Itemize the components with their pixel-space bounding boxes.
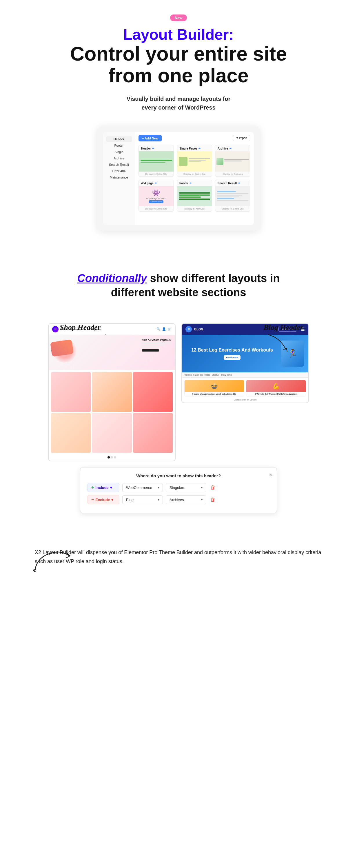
blog-logo: ✕: [186, 326, 192, 333]
builder-card-search[interactable]: Search Result ✏ Display in: En: [215, 180, 250, 212]
builder-mockup: Header Footer Single Archive Search Resu…: [97, 126, 260, 231]
hero-title-black-2: from one place: [35, 65, 322, 86]
card-preview-archive: [215, 151, 250, 172]
description-text: X2 Layout Builder will dispense you of E…: [35, 548, 322, 566]
blog-select[interactable]: Blog ▾: [122, 495, 163, 504]
card-preview-search: [215, 186, 250, 206]
import-button[interactable]: ⬆ Import: [233, 135, 250, 141]
x-logo: ✕: [52, 326, 59, 333]
cart-icon[interactable]: 🛒: [167, 327, 171, 331]
product-title: Nike Air Zoom Pegasus: [142, 339, 171, 341]
builder-card-header[interactable]: Header ✏ Display in: Entire Site: [138, 145, 174, 177]
builder-main: + Add New ⬆ Import Header ✏ Display: [135, 132, 254, 225]
builder-card-single[interactable]: Single Pages ✏ Display i: [177, 145, 212, 177]
card-preview-single: [177, 151, 212, 172]
card-footer-search: Display in: Entire Site: [215, 206, 250, 211]
include-delete-button[interactable]: 🗑: [209, 484, 217, 492]
hero-title-black-1: Control your entire site: [35, 43, 322, 65]
nav-faster-tips: Faster tips: [193, 374, 203, 376]
blog-title-text: BLOG: [194, 328, 203, 331]
monster-icon: 👾: [152, 189, 160, 197]
exclude-condition-row: − Exclude ▾ Blog ▾ Archives ▾ 🗑: [88, 495, 269, 504]
card-preview-404: 👾 Oops! Page not found Go back home: [139, 186, 173, 206]
include-chevron: ▾: [110, 486, 112, 490]
sidebar-item-maintenance[interactable]: Maintenance: [106, 175, 132, 180]
exclude-label: Exclude: [95, 498, 110, 502]
shop-item-2: [92, 372, 132, 412]
card-title-single: Single Pages ✏: [177, 145, 212, 151]
archives-chevron: ▾: [201, 498, 202, 501]
shop-item-4: [51, 413, 91, 453]
hero-subtitle: Visually build and manage layouts for ev…: [35, 94, 322, 112]
add-new-button[interactable]: + Add New: [138, 135, 162, 142]
card-footer-header: Display in: Entire Site: [139, 172, 173, 177]
archives-label: Archives: [169, 498, 184, 502]
builder-toolbar: + Add New ⬆ Import: [138, 135, 250, 142]
card-footer-archive: Display in: Archives: [215, 172, 250, 177]
blog-arrow-svg: [263, 332, 303, 355]
builder-card-footer[interactable]: Footer ✏ Display in: Archives: [177, 180, 212, 212]
blog-nav-tags: Training Faster tips Habits Lifestyle In…: [182, 372, 308, 378]
shop-item-1: [51, 372, 91, 412]
sidebar-item-footer[interactable]: Footer: [106, 143, 132, 148]
card-title-archive: Archive ✏: [215, 145, 250, 151]
builder-grid: Header ✏ Display in: Entire Site Single …: [138, 145, 250, 212]
condition-dialog: Where do you want to show this header? ×…: [80, 467, 277, 513]
sidebar-item-404[interactable]: Error 404: [106, 168, 132, 174]
exclude-badge[interactable]: − Exclude ▾: [88, 495, 119, 504]
sidebar-item-archive[interactable]: Archive: [106, 155, 132, 161]
builder-inner: Header Footer Single Archive Search Resu…: [103, 132, 254, 225]
search-icon[interactable]: 🔍: [157, 327, 161, 331]
shop-icons: 🔍 👤 🛒: [157, 327, 171, 331]
scribble-arrow-svg: [29, 547, 75, 576]
woocommerce-select[interactable]: WooCommerce ▾: [122, 483, 163, 492]
include-condition-row: + Include ▾ WooCommerce ▾ Singulars ▾ 🗑: [88, 483, 269, 492]
user-icon[interactable]: 👤: [162, 327, 166, 331]
404-text: Oops! Page not found: [146, 197, 166, 199]
exclude-chevron: ▾: [111, 498, 113, 502]
nav-training: Training: [184, 374, 192, 376]
conditional-highlight: Conditionally: [77, 272, 147, 284]
nav-habits: Habits: [204, 374, 210, 376]
blog-label: Blog: [126, 498, 134, 502]
close-button[interactable]: ×: [269, 472, 272, 478]
card-title-header: Header ✏: [139, 145, 173, 151]
blog-article-2-text: 6 Ways to Get Warmed Up Before a Workout: [246, 392, 306, 396]
builder-card-archive[interactable]: Archive ✏ Display in: Archives: [215, 145, 250, 177]
sidebar-item-single[interactable]: Single: [106, 149, 132, 155]
plus-icon: +: [91, 485, 94, 490]
blog-header-label: Blog Header: [264, 323, 303, 332]
hero-section: New Layout Builder: Control your entire …: [0, 0, 357, 248]
headers-demo: Shop Header Blog Header ✕ Men Women Kids…: [48, 323, 309, 514]
card-footer-single: Display in: Entire Site: [177, 172, 212, 177]
404-btn: Go back home: [149, 200, 163, 203]
edit-icon-single: ✏: [198, 147, 201, 150]
shop-hero-img: Nike Air Zoom Pegasus: [49, 335, 175, 370]
builder-card-404[interactable]: 404 page ✏ 👾 Oops! Page not found Go bac…: [138, 180, 174, 212]
archives-select[interactable]: Archives ▾: [166, 495, 206, 504]
card-footer-footer: Display in: Archives: [177, 206, 212, 211]
include-badge[interactable]: + Include ▾: [88, 483, 119, 492]
blog-article-1-text: 9 game changer recipes you'll get addict…: [185, 392, 244, 396]
blog-article-2: 💪 6 Ways to Get Warmed Up Before a Worko…: [246, 380, 306, 397]
blog-article-grid: 🍲 9 game changer recipes you'll get addi…: [182, 378, 308, 399]
exclude-delete-button[interactable]: 🗑: [209, 496, 217, 504]
sidebar-item-search[interactable]: Search Result: [106, 162, 132, 167]
edit-icon-archive: ✏: [229, 147, 232, 150]
blog-chevron: ▾: [158, 498, 159, 501]
shop-item-5: [92, 413, 132, 453]
singulars-label: Singulars: [169, 486, 185, 490]
woocommerce-chevron: ▾: [158, 486, 159, 489]
404-preview-content: 👾 Oops! Page not found Go back home: [145, 186, 167, 206]
dialog-title: Where do you want to show this header?: [88, 473, 269, 478]
singulars-select[interactable]: Singulars ▾: [166, 483, 206, 492]
nav-lifestyle: Lifestyle: [212, 374, 220, 376]
card-footer-404: Display in: Entire Site: [139, 206, 173, 211]
blog-article-1-img: 🍲: [185, 380, 244, 392]
sidebar-item-header[interactable]: Header: [106, 136, 132, 142]
blog-exercise-caption: Exercise Plan for Seniors: [182, 399, 308, 403]
shop-item-6: [133, 413, 173, 453]
edit-icon-404: ✏: [155, 182, 157, 185]
include-label: Include: [95, 486, 109, 490]
read-more-button[interactable]: Read more: [224, 355, 240, 360]
